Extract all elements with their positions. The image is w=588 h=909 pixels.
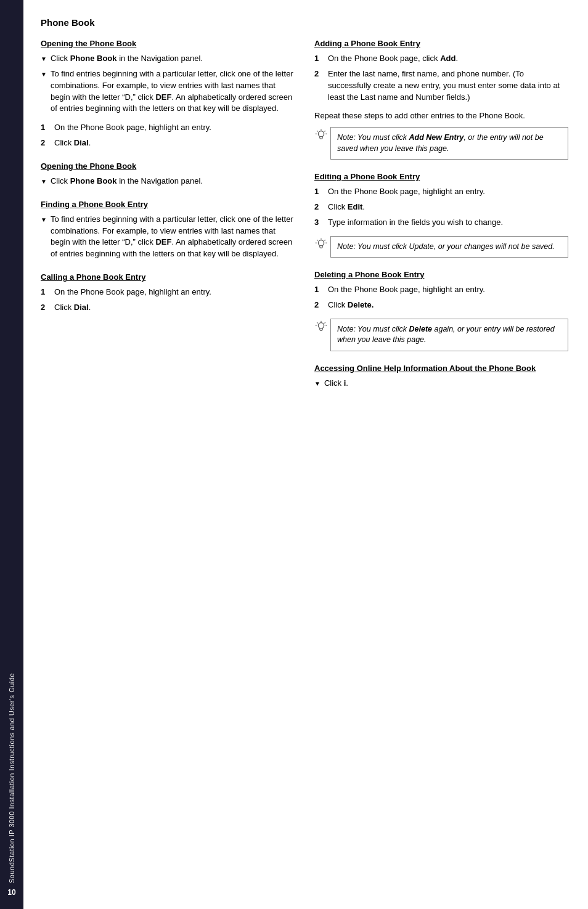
right-column: Adding a Phone Book Entry 1 On the Phone…	[314, 39, 568, 402]
step-number: 2	[41, 302, 49, 314]
step-number: 3	[314, 217, 323, 229]
adding-numbered: 1 On the Phone Book page, click Add. 2 E…	[314, 53, 568, 103]
accessing-bullets: ▼ Click i.	[314, 378, 568, 389]
step-number: 1	[314, 53, 323, 65]
bullet-triangle: ▼	[314, 380, 321, 389]
section-deleting: Deleting a Phone Book Entry 1 On the Pho…	[314, 270, 568, 351]
section-finding: Finding a Phone Book Entry ▼ To find ent…	[41, 200, 295, 260]
step-text: Click Dial.	[54, 302, 295, 314]
opening-1-numbered: 1 On the Phone Book page, highlight an e…	[41, 122, 295, 149]
step-text: On the Phone Book page, highlight an ent…	[328, 186, 568, 198]
note-icon-col	[314, 319, 328, 335]
list-item: 2 Click Dial.	[41, 137, 295, 149]
page-number: 10	[7, 888, 15, 897]
heading-deleting: Deleting a Phone Book Entry	[314, 270, 568, 279]
note-adding: Note: You must click Add New Entry, or t…	[314, 127, 568, 160]
step-number: 1	[41, 287, 49, 298]
step-number: 1	[314, 284, 323, 296]
step-text: On the Phone Book page, highlight an ent…	[54, 287, 295, 298]
step-text: Click Dial.	[54, 137, 295, 149]
svg-line-9	[325, 240, 325, 240]
svg-line-14	[317, 322, 317, 323]
note-deleting-text: Note: You must click Delete again, or yo…	[337, 325, 555, 344]
note-editing: Note: You must click Update, or your cha…	[314, 236, 568, 258]
bullet-text: Click Phone Book in the Navigation panel…	[51, 53, 295, 65]
bullet-text: Click Phone Book in the Navigation panel…	[51, 176, 295, 187]
sidebar-label: SoundStation IP 3000 Installation Instru…	[8, 673, 15, 883]
list-item: ▼ To find entries beginning with a parti…	[41, 68, 295, 115]
list-item: 2 Enter the last name, first name, and p…	[314, 68, 568, 104]
svg-point-0	[318, 131, 324, 137]
step-text: Enter the last name, first name, and pho…	[328, 68, 568, 104]
lightbulb-icon	[314, 237, 328, 251]
list-item: 2 Click Edit.	[314, 202, 568, 213]
main-content: Phone Book Opening the Phone Book ▼ Clic…	[23, 0, 588, 909]
heading-calling: Calling a Phone Book Entry	[41, 272, 295, 282]
list-item: 1 On the Phone Book page, highlight an e…	[314, 186, 568, 198]
list-item: ▼ To find entries beginning with a parti…	[41, 214, 295, 260]
lightbulb-icon	[314, 128, 328, 142]
section-accessing: Accessing Online Help Information About …	[314, 364, 568, 389]
step-number: 1	[41, 122, 49, 134]
deleting-numbered: 1 On the Phone Book page, highlight an e…	[314, 284, 568, 311]
step-text: On the Phone Book page, click Add.	[328, 53, 568, 65]
heading-editing: Editing a Phone Book Entry	[314, 172, 568, 181]
svg-point-12	[318, 323, 324, 328]
list-item: 1 On the Phone Book page, highlight an e…	[41, 287, 295, 298]
finding-bullets: ▼ To find entries beginning with a parti…	[41, 214, 295, 260]
svg-point-6	[318, 240, 324, 245]
step-number: 2	[41, 137, 49, 149]
step-number: 2	[314, 300, 323, 311]
bullet-triangle: ▼	[41, 216, 47, 225]
opening-2-bullets: ▼ Click Phone Book in the Navigation pan…	[41, 176, 295, 187]
step-number: 2	[314, 202, 323, 213]
lightbulb-icon	[314, 320, 328, 333]
step-text: Type information in the fields you wish …	[328, 217, 568, 229]
section-editing: Editing a Phone Book Entry 1 On the Phon…	[314, 172, 568, 258]
step-number: 2	[314, 68, 323, 80]
note-editing-text: Note: You must click Update, or your cha…	[337, 242, 555, 251]
bullet-text: Click i.	[324, 378, 568, 389]
heading-opening-2: Opening the Phone Book	[41, 161, 295, 171]
list-item: 2 Click Delete.	[314, 300, 568, 311]
list-item: 3 Type information in the fields you wis…	[314, 217, 568, 229]
bullet-text: To find entries beginning with a particu…	[51, 214, 295, 260]
heading-opening-1: Opening the Phone Book	[41, 39, 295, 48]
note-adding-text: Note: You must click Add New Entry, or t…	[337, 133, 544, 153]
bullet-triangle: ▼	[41, 70, 47, 79]
step-text: Click Edit.	[328, 202, 568, 213]
note-adding-box: Note: You must click Add New Entry, or t…	[330, 127, 568, 160]
step-text: On the Phone Book page, highlight an ent…	[54, 122, 295, 134]
section-opening-2: Opening the Phone Book ▼ Click Phone Boo…	[41, 161, 295, 187]
svg-line-2	[317, 131, 317, 131]
page-title: Phone Book	[41, 17, 568, 28]
left-column: Opening the Phone Book ▼ Click Phone Boo…	[41, 39, 295, 402]
section-calling: Calling a Phone Book Entry 1 On the Phon…	[41, 272, 295, 314]
list-item: ▼ Click Phone Book in the Navigation pan…	[41, 176, 295, 187]
note-deleting: Note: You must click Delete again, or yo…	[314, 319, 568, 351]
heading-finding: Finding a Phone Book Entry	[41, 200, 295, 209]
sidebar: SoundStation IP 3000 Installation Instru…	[0, 0, 23, 909]
section-adding: Adding a Phone Book Entry 1 On the Phone…	[314, 39, 568, 160]
editing-numbered: 1 On the Phone Book page, highlight an e…	[314, 186, 568, 229]
bullet-triangle: ▼	[41, 55, 47, 64]
section-opening-1: Opening the Phone Book ▼ Click Phone Boo…	[41, 39, 295, 149]
note-editing-box: Note: You must click Update, or your cha…	[330, 236, 568, 258]
calling-numbered: 1 On the Phone Book page, highlight an e…	[41, 287, 295, 314]
step-number: 1	[314, 186, 323, 198]
svg-line-15	[325, 322, 325, 323]
bullet-triangle: ▼	[41, 177, 47, 187]
repeat-text: Repeat these steps to add other entries …	[314, 110, 568, 122]
list-item: ▼ Click i.	[314, 378, 568, 389]
list-item: 1 On the Phone Book page, click Add.	[314, 53, 568, 65]
heading-accessing: Accessing Online Help Information About …	[314, 364, 568, 373]
step-text: Click Delete.	[328, 300, 568, 311]
step-text: On the Phone Book page, highlight an ent…	[328, 284, 568, 296]
note-icon-col	[314, 127, 328, 144]
list-item: ▼ Click Phone Book in the Navigation pan…	[41, 53, 295, 65]
list-item: 1 On the Phone Book page, highlight an e…	[41, 122, 295, 134]
svg-line-3	[325, 131, 325, 131]
note-icon-col	[314, 236, 328, 253]
heading-adding: Adding a Phone Book Entry	[314, 39, 568, 48]
bullet-text: To find entries beginning with a particu…	[51, 68, 295, 115]
